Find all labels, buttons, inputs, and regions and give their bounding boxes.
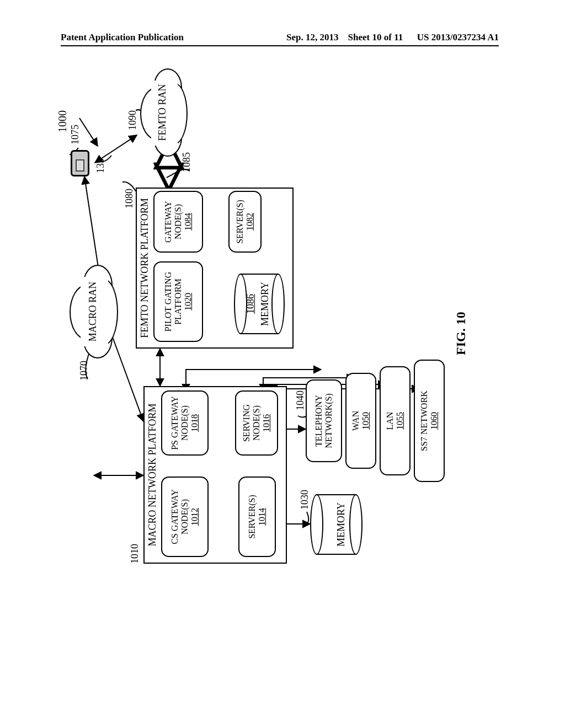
femto-gw-ref: 1084 xyxy=(183,213,193,231)
wan-ref: 1050 xyxy=(361,412,371,430)
serving-ref: 1016 xyxy=(262,414,271,432)
macro-ran-ref: 1070 xyxy=(78,361,90,381)
header-right: Sep. 12, 2013 Sheet 10 of 11 US 2013/023… xyxy=(286,32,499,43)
header-rule xyxy=(61,45,499,46)
serving-l2: NODE(S) xyxy=(252,405,262,441)
telephony-ref: 1040 xyxy=(295,390,306,410)
femto-platform-ref: 1080 xyxy=(124,189,135,208)
macro-platform-ref: 1010 xyxy=(129,544,141,564)
femto-ran-ref: 1090 xyxy=(127,110,138,130)
cs-gateway-l1: CS GATEWAY xyxy=(170,489,180,544)
femto-gateway-nodes: GATEWAY NODE(S) 1084 xyxy=(153,191,203,253)
lan-ref: 1055 xyxy=(395,412,405,430)
femto-server-ref: 1082 xyxy=(245,213,255,231)
cs-gateway-ref: 1012 xyxy=(190,508,200,526)
femto-memory-ref: 1086 xyxy=(245,274,257,334)
ss7-l1: SS7 NETWORK xyxy=(419,390,429,451)
serving-l1: SERVING xyxy=(242,404,252,442)
ps-gateway-nodes: PS GATEWAY NODE(S) 1018 xyxy=(161,390,209,456)
svg-line-0 xyxy=(79,118,98,146)
wan-network: WAN 1050 xyxy=(345,373,376,469)
telephony-l1: TELEPHONY xyxy=(314,395,324,447)
femto-server-l1: SERVER(S) xyxy=(235,200,245,244)
cs-gateway-nodes: CS GATEWAY NODE(S) 1012 xyxy=(161,477,209,557)
macro-memory-ref: 1030 xyxy=(299,490,311,510)
ps-gateway-l1: PS GATEWAY xyxy=(170,396,180,450)
macro-ran-label: MACRO RAN xyxy=(87,265,99,358)
macro-platform-title: MACRO NETWORK PLATFORM xyxy=(147,387,158,563)
macro-ran-cloud: MACRO RAN xyxy=(67,265,120,358)
ss7-ref: 1060 xyxy=(429,412,439,430)
pilot-l2: PLATFORM xyxy=(173,279,183,325)
link-1085-ref: 1085 xyxy=(181,152,193,172)
ps-gateway-ref: 1018 xyxy=(190,414,200,432)
ps-gateway-l2: NODE(S) xyxy=(180,405,190,441)
ss7-network: SS7 NETWORK 1060 xyxy=(414,360,445,482)
server-ref: 1014 xyxy=(257,508,267,526)
femto-network-platform: FEMTO NETWORK PLATFORM PILOT GATING PLAT… xyxy=(136,188,294,349)
femto-gw-l2: NODE(S) xyxy=(173,204,183,239)
lan-l1: LAN xyxy=(385,412,395,430)
pilot-gating-platform: PILOT GATING PLATFORM 1020 xyxy=(153,261,203,342)
telephony-networks: TELEPHONY NETWORK(S) xyxy=(306,379,342,462)
femto-ran-cloud: FEMTO RAN xyxy=(138,68,191,157)
lan-network: LAN 1055 xyxy=(380,366,411,475)
macro-server: SERVER(S) 1014 xyxy=(238,477,276,557)
telephony-l2: NETWORK(S) xyxy=(324,393,334,448)
macro-memory-label: MEMORY xyxy=(335,494,347,555)
figure-diagram: MACRO NETWORK PLATFORM CS GATEWAY NODE(S… xyxy=(67,105,498,579)
femto-ran-label: FEMTO RAN xyxy=(157,68,168,157)
system-ref: 1000 xyxy=(56,110,69,132)
femto-gw-l1: GATEWAY xyxy=(163,201,173,243)
macro-network-platform: MACRO NETWORK PLATFORM CS GATEWAY NODE(S… xyxy=(143,386,287,564)
pilot-ref: 1020 xyxy=(183,293,193,311)
femto-server: SERVER(S) 1082 xyxy=(228,191,262,253)
femto-platform-title: FEMTO NETWORK PLATFORM xyxy=(139,189,151,347)
link-135-ref: 135 xyxy=(95,158,106,173)
pub-label: Patent Application Publication xyxy=(61,32,184,43)
femto-memory: 1086 MEMORY xyxy=(234,274,285,334)
ue-device-icon xyxy=(71,150,89,176)
wan-l1: WAN xyxy=(351,411,361,431)
server-l1: SERVER(S) xyxy=(247,495,257,539)
pilot-l1: PILOT GATING xyxy=(163,272,173,332)
femto-memory-label: MEMORY xyxy=(259,274,271,334)
figure-number: FIG. 10 xyxy=(454,312,468,355)
pub-number: US 2013/0237234 A1 xyxy=(417,32,499,42)
pub-date: Sep. 12, 2013 xyxy=(286,32,338,42)
serving-nodes: SERVING NODE(S) 1016 xyxy=(235,390,278,456)
sheet-number: Sheet 10 of 11 xyxy=(348,32,403,42)
cs-gateway-l2: NODE(S) xyxy=(180,499,190,534)
ue-ref: 1075 xyxy=(70,125,81,144)
macro-memory: MEMORY xyxy=(310,494,363,555)
